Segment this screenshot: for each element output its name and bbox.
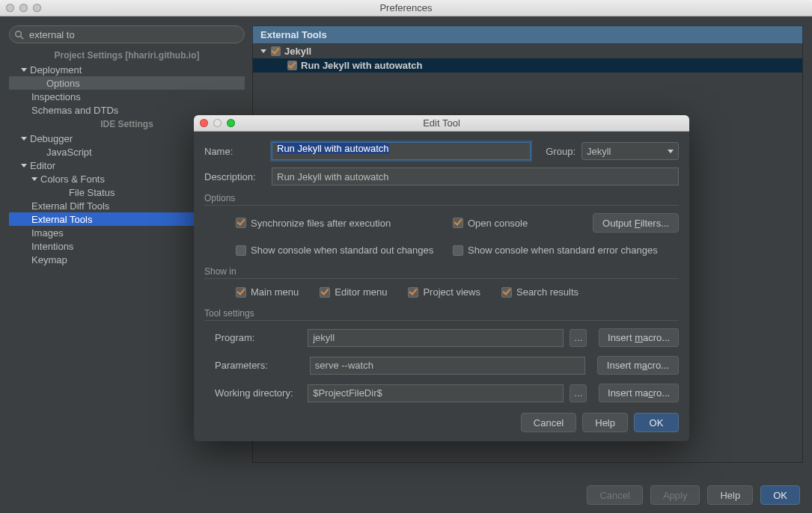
chevron-down-icon bbox=[668, 150, 674, 153]
working-directory-browse-button[interactable]: … bbox=[570, 384, 587, 402]
parameters-label: Parameters: bbox=[215, 360, 304, 371]
show-stderr-checkbox[interactable] bbox=[453, 245, 463, 256]
program-label: Program: bbox=[215, 332, 302, 343]
name-label: Name: bbox=[204, 146, 266, 157]
search-input[interactable] bbox=[9, 25, 245, 43]
preferences-title: Preferences bbox=[0, 2, 812, 13]
main-menu-checkbox[interactable] bbox=[236, 287, 246, 298]
program-insert-macro-button[interactable]: Insert macro... bbox=[599, 328, 679, 347]
main-header: External Tools bbox=[252, 25, 803, 44]
output-filters-button[interactable]: Output Filters... bbox=[593, 213, 679, 233]
edit-tool-dialog: Edit Tool Name: Run Jekyll with autowatc… bbox=[194, 115, 689, 441]
dialog-help-button[interactable]: Help bbox=[582, 413, 628, 432]
dialog-title: Edit Tool bbox=[194, 117, 689, 129]
program-input[interactable] bbox=[308, 329, 564, 347]
apply-button[interactable]: Apply bbox=[650, 485, 700, 505]
search-icon bbox=[15, 29, 24, 38]
group-label: Group: bbox=[546, 146, 576, 157]
tool-settings-section: Tool settings bbox=[204, 308, 679, 321]
tool-item-run-jekyll[interactable]: Run Jekyll with autowatch bbox=[253, 58, 802, 73]
ok-button[interactable]: OK bbox=[760, 485, 800, 505]
svg-point-0 bbox=[16, 31, 22, 37]
preferences-footer: Cancel Apply Help OK bbox=[0, 477, 812, 513]
chevron-down-icon bbox=[260, 49, 266, 53]
editor-menu-checkbox[interactable] bbox=[320, 287, 330, 298]
cancel-button[interactable]: Cancel bbox=[587, 485, 642, 505]
working-directory-input[interactable] bbox=[308, 384, 564, 402]
search-results-checkbox[interactable] bbox=[501, 287, 512, 298]
dialog-titlebar: Edit Tool bbox=[194, 115, 689, 132]
dialog-cancel-button[interactable]: Cancel bbox=[521, 413, 576, 432]
tree-item-deployment[interactable]: Deployment bbox=[9, 63, 245, 76]
tool-group-jekyll[interactable]: Jekyll bbox=[253, 44, 802, 58]
show-stdout-checkbox[interactable] bbox=[236, 245, 246, 256]
working-directory-label: Working directory: bbox=[215, 387, 302, 399]
description-label: Description: bbox=[204, 171, 266, 182]
svg-line-1 bbox=[21, 37, 24, 40]
program-browse-button[interactable]: … bbox=[570, 329, 587, 347]
name-input[interactable]: Run Jekyll with autowatch bbox=[272, 142, 531, 160]
tree-item-inspections[interactable]: Inspections bbox=[9, 90, 245, 103]
sync-files-checkbox[interactable] bbox=[236, 218, 246, 228]
open-console-checkbox[interactable] bbox=[453, 218, 463, 228]
preferences-titlebar: Preferences bbox=[0, 0, 812, 16]
wd-insert-macro-button[interactable]: Insert macro... bbox=[599, 384, 679, 402]
tree-item-options[interactable]: Options bbox=[9, 76, 245, 90]
dialog-ok-button[interactable]: OK bbox=[634, 413, 679, 432]
show-in-section: Show in bbox=[204, 266, 679, 279]
preferences-window: Preferences Project Settings [hhariri.gi… bbox=[0, 0, 812, 513]
options-section: Options bbox=[204, 193, 679, 206]
project-settings-header: Project Settings [hhariri.github.io] bbox=[9, 48, 245, 63]
parameters-insert-macro-button[interactable]: Insert macro... bbox=[597, 356, 679, 375]
checkbox-icon[interactable] bbox=[287, 61, 297, 70]
help-button[interactable]: Help bbox=[707, 485, 753, 505]
checkbox-icon[interactable] bbox=[271, 46, 281, 56]
parameters-input[interactable] bbox=[310, 357, 585, 375]
project-views-checkbox[interactable] bbox=[408, 287, 418, 298]
group-select[interactable]: Jekyll bbox=[581, 142, 679, 160]
description-input[interactable] bbox=[272, 168, 679, 185]
